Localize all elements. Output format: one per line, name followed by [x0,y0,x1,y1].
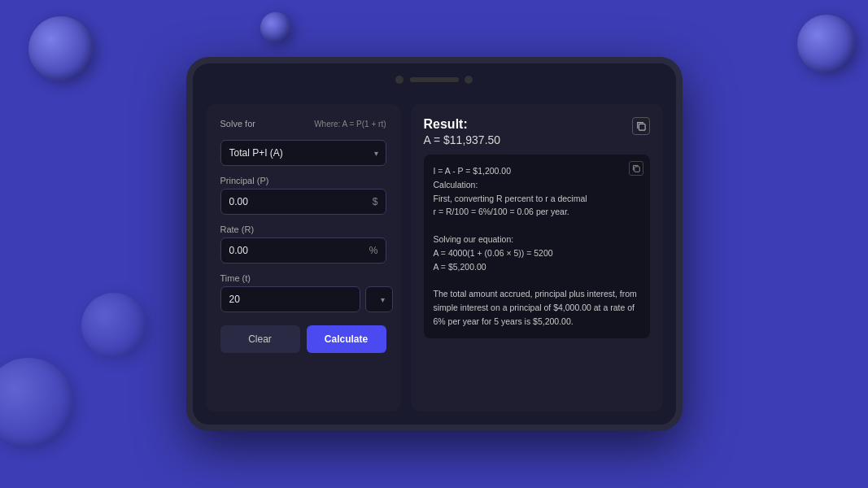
calculator-panel: Solve for Where: A = P(1 + rt) Total P+I… [206,104,401,412]
tablet-camera [395,76,403,84]
time-unit-select[interactable]: Years Months Days [365,286,393,312]
bg-ball-top-right [797,15,856,73]
tablet-top-bar [193,63,676,96]
detail-r-line: r = R/100 = 6%/100 = 0.06 per year. [434,207,569,216]
clear-button[interactable]: Clear [220,325,300,353]
tablet: Solve for Where: A = P(1 + rt) Total P+I… [186,57,683,431]
detail-converting-line: First, converting R percent to r a decim… [434,194,587,203]
detail-a-line: A = $5,200.00 [434,262,486,272]
principal-field-group: Principal (P) $ [220,176,386,215]
detail-solving-header: Solving our equation: [434,234,514,244]
result-header: Result: A = $11,937.50 [424,117,650,146]
rate-label: Rate (R) [220,224,386,234]
time-field-group: Time (t) Years Months Days ▾ [220,273,386,312]
rate-input-wrapper: % [220,237,386,264]
detail-content: I = A - P = $1,200.00 Calculation: First… [434,164,640,329]
result-title-group: Result: A = $11,937.50 [424,117,501,146]
copy-result-button[interactable] [632,117,650,135]
formula-text: Where: A = P(1 + rt) [314,120,386,129]
time-label: Time (t) [220,273,386,283]
principal-label: Principal (P) [220,176,386,185]
detail-calc-header: Calculation: [434,180,478,190]
detail-equation-line: A = 4000(1 + (0.06 × 5)) = 5200 [434,248,553,258]
result-main-value: A = $11,937.50 [424,133,501,146]
svg-rect-0 [639,124,645,130]
detail-summary: The total amount accrued, principal plus… [434,289,637,326]
rate-suffix-icon: % [369,245,378,256]
solve-for-select-wrapper: Total P+I (A) Principal (P) Rate (R) Tim… [220,140,386,166]
principal-suffix-icon: $ [373,196,378,207]
button-row: Clear Calculate [220,325,386,353]
solve-for-header: Solve for Where: A = P(1 + rt) [220,119,386,129]
rate-field-group: Rate (R) % [220,224,386,264]
time-unit-select-wrapper: Years Months Days ▾ [365,286,393,312]
solve-for-select[interactable]: Total P+I (A) Principal (P) Rate (R) Tim… [220,140,386,166]
calculate-button[interactable]: Calculate [307,325,386,353]
detail-box: I = A - P = $1,200.00 Calculation: First… [424,155,650,338]
bg-ball-top-left [28,16,94,81]
tablet-speaker [410,77,459,82]
bg-ball-mid-left [81,293,146,358]
bg-ball-bottom-left [0,358,73,447]
rate-input[interactable] [220,237,386,264]
copy-detail-button[interactable] [629,161,643,176]
time-input[interactable] [220,286,360,312]
result-title: Result: [424,117,501,132]
result-panel: Result: A = $11,937.50 [411,104,663,412]
time-input-row: Years Months Days ▾ [220,286,386,312]
principal-input-wrapper: $ [220,189,386,215]
tablet-content: Solve for Where: A = P(1 + rt) Total P+I… [193,96,676,425]
solve-for-label: Solve for [220,119,255,129]
bg-ball-top-center [260,12,291,43]
principal-input[interactable] [220,189,386,215]
svg-rect-1 [634,167,639,172]
tablet-mic [465,76,473,84]
detail-interest-line: I = A - P = $1,200.00 [434,166,512,176]
